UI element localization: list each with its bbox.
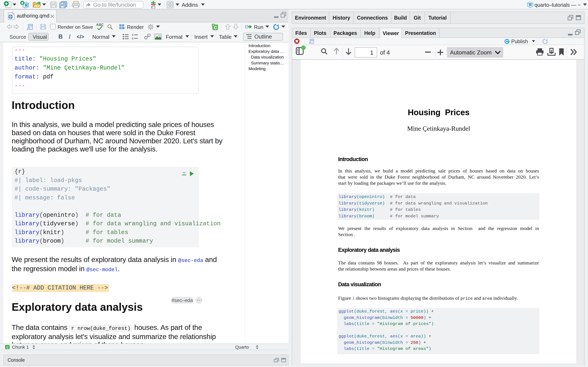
svg-text:1: 1	[132, 34, 133, 36]
svg-text:R: R	[529, 2, 532, 7]
svg-text:C: C	[6, 345, 9, 349]
svg-text:2: 2	[132, 37, 133, 40]
svg-text:R: R	[25, 3, 28, 7]
